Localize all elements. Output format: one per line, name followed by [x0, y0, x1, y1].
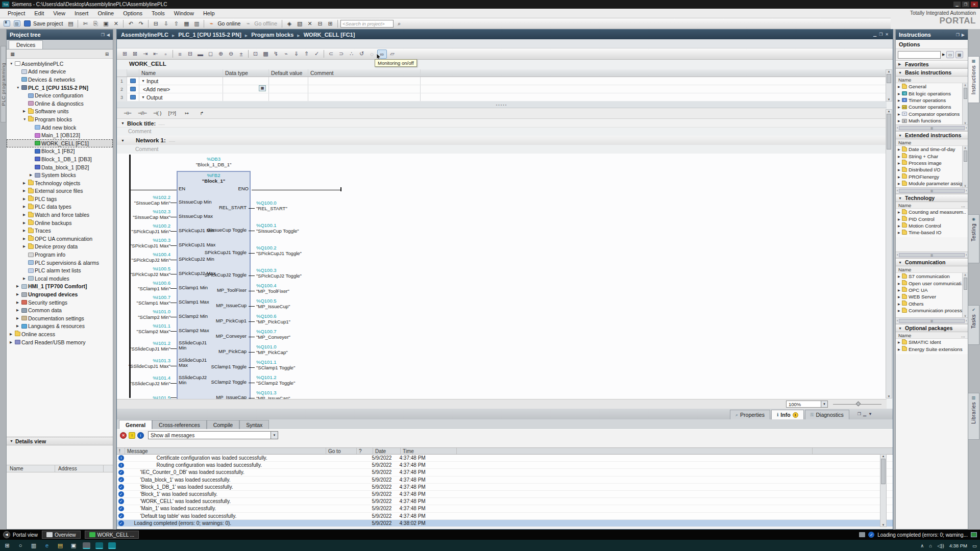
- interface-row[interactable]: 2 <Add new>: [117, 85, 887, 93]
- tree-expander-icon[interactable]: ▶: [16, 308, 21, 312]
- editor-restore-icon[interactable]: ❐: [879, 32, 883, 37]
- technology-header[interactable]: ▼Technology: [896, 194, 968, 202]
- instruction-item[interactable]: ▶ t Timer operations: [896, 97, 968, 104]
- col-goto[interactable]: Go to: [326, 448, 357, 454]
- tree-item[interactable]: ▶ Local modules: [7, 274, 113, 283]
- favorites-icon[interactable]: ▬: [195, 49, 205, 59]
- message-row[interactable]: ✓ 'Main_1' was loaded successfully. 5/9/…: [117, 505, 893, 512]
- taskbar-search-icon[interactable]: ○: [16, 542, 24, 548]
- message-row[interactable]: ✓ 'IEC_Counter_0_DB' was loaded successf…: [117, 469, 893, 476]
- zoom-select[interactable]: 100% ▼: [786, 400, 828, 408]
- output-pin-name[interactable]: SPickCupJ1 Toggle: [204, 250, 249, 256]
- fbd-output[interactable]: SIssueCup Toggle %Q100.1 "SIssueCup Togg…: [204, 211, 418, 234]
- search-expand-icon[interactable]: ▶: [942, 53, 945, 57]
- input-tag[interactable]: "SIssueCap Min": [117, 200, 170, 206]
- tree-expander-icon[interactable]: ▶: [23, 237, 28, 241]
- tree-item[interactable]: Devices & networks: [7, 76, 113, 84]
- tree-item[interactable]: WORK_CELL [FC1]: [7, 139, 113, 147]
- instruction-item[interactable]: ▶ Process image: [896, 160, 968, 166]
- task-view-icon[interactable]: ▥: [30, 542, 38, 549]
- block-comment-placeholder[interactable]: Comment: [128, 128, 152, 134]
- tree-item[interactable]: PLC supervisions & alarms: [7, 259, 113, 267]
- tab-diagnostics[interactable]: ⚿ Diagnostics: [805, 410, 849, 419]
- stop-cpu-icon[interactable]: ▥: [192, 19, 201, 28]
- inspector-collapse-icon[interactable]: ▼: [868, 412, 872, 416]
- fbd-output[interactable]: SClamp1 Toggle %Q101.1 "SClamp1 Toggle": [204, 355, 418, 370]
- fbd-output[interactable]: REL_START %Q100.0 "REL_START": [204, 197, 418, 211]
- tree-expander-icon[interactable]: ▼: [23, 117, 28, 121]
- breadcrumb-item[interactable]: AssemblylinePLC: [121, 32, 168, 38]
- menu-item[interactable]: Project: [3, 9, 30, 18]
- output-tag[interactable]: "MP_PickCup1": [256, 319, 341, 324]
- tree-item[interactable]: PLC alarm text lists: [7, 266, 113, 274]
- tree-item[interactable]: ▶ External source files: [7, 187, 113, 195]
- basic-instructions-header[interactable]: ▼Basic instructions: [896, 68, 968, 77]
- item-expander-icon[interactable]: ▶: [898, 274, 902, 278]
- tree-expander-icon[interactable]: ▶: [23, 221, 28, 225]
- inspector-minimize-icon[interactable]: ▁: [863, 412, 866, 416]
- fbd-output[interactable]: MP_ToolFixer %Q100.4 "MP_ToolFixer": [204, 279, 418, 294]
- view-mode-icon[interactable]: ▭: [946, 51, 954, 58]
- accessible-devices-icon[interactable]: ◈: [285, 19, 294, 28]
- filter-dropdown-icon[interactable]: ▼: [271, 432, 278, 439]
- instruction-item[interactable]: ▶ WEB Server: [896, 293, 968, 300]
- tree-expander-icon[interactable]: ▼: [16, 86, 21, 89]
- item-expander-icon[interactable]: ▶: [898, 92, 902, 95]
- tree-item[interactable]: ▶ PLC tags: [7, 195, 113, 203]
- tree-item[interactable]: Device configuration: [7, 91, 113, 99]
- zoom-dropdown-icon[interactable]: ▼: [821, 401, 827, 407]
- item-expander-icon[interactable]: ▶: [898, 347, 902, 351]
- pin-panel-icon[interactable]: ❐: [101, 33, 105, 37]
- work-cell-tab[interactable]: WORK_CELL ...: [85, 531, 139, 539]
- tree-item[interactable]: ▶ Card Reader/USB memory: [7, 338, 113, 346]
- menu-item[interactable]: Window: [169, 9, 199, 18]
- input-tag[interactable]: "SClamp2 Min": [117, 314, 170, 320]
- output-pin-name[interactable]: MP_PickCap: [204, 349, 249, 355]
- editor-minimize-icon[interactable]: ▁: [873, 32, 876, 37]
- item-expander-icon[interactable]: ▶: [898, 224, 902, 228]
- tree-item[interactable]: ▶ OPC UA communication: [7, 235, 113, 243]
- cut-icon[interactable]: ✄: [81, 19, 90, 28]
- zoom-slider[interactable]: [833, 402, 881, 407]
- instruction-item[interactable]: ▶ Communication processor: [896, 307, 968, 314]
- menu-item[interactable]: View: [48, 9, 70, 18]
- row-name[interactable]: <Add new>: [143, 86, 170, 92]
- tree-filter-icon[interactable]: ▦: [9, 51, 16, 58]
- portal-view-button[interactable]: ◀ Portal view: [3, 531, 38, 538]
- breadcrumb-item[interactable]: WORK_CELL [FC1]: [293, 32, 355, 38]
- empty-box-icon[interactable]: [??]: [165, 109, 179, 118]
- store-icon[interactable]: ▣: [69, 542, 78, 549]
- output-pin-name[interactable]: SClamp1 Toggle: [204, 364, 249, 370]
- tree-expander-icon[interactable]: ▶: [23, 244, 28, 248]
- box-input-add-icon[interactable]: ⊕: [216, 49, 226, 59]
- output-address[interactable]: %Q100.4: [256, 283, 341, 288]
- output-address[interactable]: %Q100.5: [256, 298, 341, 304]
- item-expander-icon[interactable]: ▶: [898, 155, 902, 158]
- instruction-item[interactable]: ▶ Date and time-of-day: [896, 146, 968, 153]
- instruction-item[interactable]: ▶ Counting and measurem..: [896, 209, 968, 215]
- tia-portal-taskbar-icon[interactable]: [95, 542, 103, 549]
- instruction-item[interactable]: ▶ +1 Counter operations: [896, 104, 968, 110]
- tree-item[interactable]: ▶ Online access: [7, 330, 113, 338]
- compile-icon[interactable]: ⊟: [151, 19, 160, 28]
- absolute-relative-icon[interactable]: ▫: [161, 49, 170, 59]
- fbd-input[interactable]: %I101.1 "SClamp2 Max" SClamp2 Max: [117, 320, 214, 334]
- delete-icon[interactable]: ✕: [111, 19, 120, 28]
- output-tag[interactable]: "SIssueCup Toggle": [256, 228, 341, 234]
- row-name[interactable]: Input: [146, 78, 158, 84]
- instruction-item[interactable]: ▶ OPC UA: [896, 287, 968, 293]
- col-severity[interactable]: !: [117, 448, 125, 454]
- start-button-icon[interactable]: ⊞: [3, 542, 11, 549]
- tree-expander-icon[interactable]: ▶: [23, 213, 28, 217]
- item-expander-icon[interactable]: ▶: [898, 85, 902, 88]
- menu-item[interactable]: Online: [93, 9, 118, 18]
- output-tag[interactable]: "SClamp1 Toggle": [256, 365, 341, 370]
- go-online-label[interactable]: Go online: [217, 20, 240, 27]
- instruction-item[interactable]: ▶ < Comparator operations: [896, 111, 968, 117]
- instruction-item[interactable]: ▶ Open user communicati...: [896, 280, 968, 286]
- col-comment[interactable]: Comment: [308, 69, 421, 77]
- tree-item[interactable]: ▶ System blocks: [7, 171, 113, 179]
- save-project-button[interactable]: [22, 19, 32, 28]
- fbd-input[interactable]: %I100.3 "SPickCupJ1 Max" SPickCupJ1 Max: [117, 234, 214, 248]
- side-tab-instructions[interactable]: ▦ Instructions: [968, 56, 979, 103]
